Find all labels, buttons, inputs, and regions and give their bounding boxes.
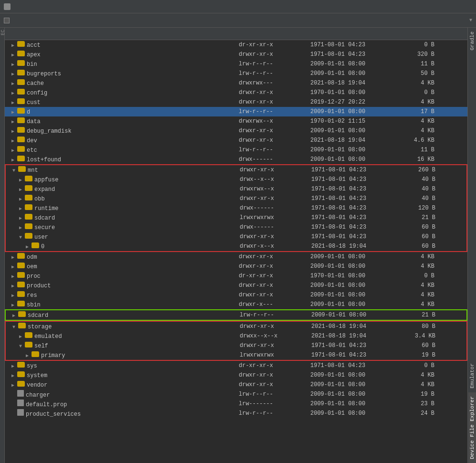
emulator-tab[interactable]: Emulator: [468, 359, 476, 392]
tree-arrow-icon[interactable]: ▶: [11, 382, 17, 388]
table-row[interactable]: ▶sdcardlrwxrwxrwx1971-08-01 04:2321 B: [6, 213, 466, 222]
tree-arrow-icon[interactable]: ▶: [11, 119, 17, 125]
tree-arrow-icon[interactable]: ▶: [19, 196, 25, 202]
table-row[interactable]: chargerlrw-r--r--2009-01-01 08:0019 B: [5, 389, 467, 399]
table-row[interactable]: ▶sdcardlrw-r--r--2009-01-01 08:0021 B: [6, 310, 466, 320]
file-list[interactable]: ▶acctdr-xr-xr-x1971-08-01 04:230 B▶apexd…: [5, 40, 467, 463]
table-row[interactable]: ▶datadrwxrwx--x1970-01-02 11:154 KB: [5, 116, 467, 126]
tree-arrow-icon[interactable]: ▶: [11, 128, 17, 134]
tree-arrow-icon[interactable]: ▶: [19, 177, 25, 183]
tree-arrow-icon[interactable]: ▶: [11, 283, 17, 289]
item-size: 4 KB: [396, 381, 444, 388]
table-row[interactable]: default.proplrw-------2009-01-01 08:0023…: [5, 399, 467, 409]
tree-arrow-icon[interactable]: ▶: [11, 81, 17, 86]
folder-icon: [17, 371, 25, 377]
tree-arrow-icon[interactable]: ▶: [12, 313, 18, 318]
table-row[interactable]: ▶sbindrwxr-x---2009-01-01 08:004 KB: [5, 300, 467, 309]
table-row[interactable]: ▶acctdr-xr-xr-x1971-08-01 04:230 B: [5, 40, 467, 50]
tree-arrow-icon[interactable]: ▶: [19, 187, 25, 192]
table-row[interactable]: ▶sysdr-xr-xr-x1971-08-01 04:230 B: [5, 361, 467, 370]
table-row[interactable]: ▶expanddrwxrwx--x1971-08-01 04:2340 B: [6, 184, 466, 194]
item-date: 2009-01-01 08:00: [310, 410, 396, 417]
tree-arrow-icon[interactable]: ▶: [11, 293, 17, 298]
tree-arrow-icon[interactable]: ▼: [19, 235, 25, 240]
tree-arrow-icon[interactable]: ▶: [11, 254, 17, 260]
table-row[interactable]: ▼selfdrwxr-xr-x1971-08-01 04:2360 B: [6, 341, 466, 350]
tree-arrow-icon[interactable]: ▶: [19, 215, 25, 221]
table-row[interactable]: ▶securedrwx------1971-08-01 04:2360 B: [6, 222, 466, 232]
table-row[interactable]: ▶emulateddrwxx--x--x2021-08-18 19:043.4 …: [6, 331, 466, 341]
table-row[interactable]: ▶odmdrwxr-xr-x2009-01-01 08:004 KB: [5, 252, 467, 262]
item-date: 2009-01-01 08:00: [310, 70, 396, 77]
table-row[interactable]: ▶appfusedrwx--x--x1971-08-01 04:2340 B: [6, 175, 466, 184]
table-row[interactable]: ▶oemdrwxr-xr-x2009-01-01 08:004 KB: [5, 262, 467, 271]
tree-arrow-icon[interactable]: ▶: [11, 138, 17, 144]
tree-arrow-icon[interactable]: ▼: [12, 325, 18, 330]
table-row[interactable]: ▶resdrwxr-xr-x2009-01-01 08:004 KB: [5, 290, 467, 300]
tree-arrow-icon[interactable]: ▶: [11, 264, 17, 270]
folder-icon: [17, 146, 25, 152]
tree-arrow-icon[interactable]: ▶: [11, 62, 17, 67]
item-permissions: drwxr-xr-x: [239, 127, 310, 134]
table-row[interactable]: ▶custdrwxr-xr-x2019-12-27 20:224 KB: [5, 97, 467, 107]
item-size: 4.6 KB: [396, 137, 444, 144]
table-row[interactable]: product_serviceslrw-r--r--2009-01-01 08:…: [5, 409, 467, 418]
gradle-tab[interactable]: Gradle: [468, 28, 476, 54]
item-size: 19 B: [397, 352, 445, 358]
table-row[interactable]: ▶procdr-xr-xr-x1970-01-01 08:000 B: [5, 271, 467, 281]
tree-arrow-icon[interactable]: ▶: [11, 71, 17, 77]
item-size: 4 KB: [396, 80, 444, 86]
table-row[interactable]: ▼userdrwxr-xr-x1971-08-01 04:2360 B: [6, 232, 466, 242]
table-row[interactable]: ▶debug_ramdiskdrwxr-xr-x2009-01-01 08:00…: [5, 126, 467, 136]
table-row[interactable]: ▶devdrwxr-xr-x2021-08-18 19:044.6 KB: [5, 136, 467, 145]
device-selector[interactable]: ▼: [0, 13, 476, 28]
tree-arrow-icon[interactable]: ▶: [11, 302, 17, 308]
dropdown-arrow-icon[interactable]: ▼: [469, 18, 472, 23]
item-date: 1971-08-01 04:23: [311, 224, 397, 231]
table-row[interactable]: ▼storagedrwxr-xr-x2021-08-18 19:0480 B: [6, 322, 466, 331]
tree-arrow-icon[interactable]: ▶: [19, 206, 25, 211]
tree-arrow-icon[interactable]: ▶: [11, 157, 17, 163]
item-name: sdcard: [28, 312, 48, 319]
table-row[interactable]: ▶runtimedrwx------1971-08-01 04:23120 B: [6, 203, 466, 213]
folder-icon: [17, 98, 25, 104]
table-row[interactable]: ▶cachedrwxrwx---2021-08-18 19:044 KB: [5, 78, 467, 88]
tree-arrow-icon[interactable]: ▶: [26, 353, 32, 358]
tree-arrow-icon[interactable]: ▶: [11, 100, 17, 105]
item-permissions: lrwxrwxrwx: [240, 214, 311, 221]
table-row[interactable]: ▶0drwxr-x--x2021-08-18 19:0460 B: [6, 242, 466, 251]
table-row[interactable]: ▼mntdrwxr-xr-x1971-08-01 04:23260 B: [6, 165, 466, 175]
table-row[interactable]: ▶productdrwxr-xr-x2009-01-01 08:004 KB: [5, 281, 467, 290]
tree-arrow-icon[interactable]: ▶: [11, 373, 17, 379]
tree-arrow-icon[interactable]: ▶: [11, 147, 17, 153]
table-row[interactable]: ▶configdrwxr-xr-x1970-01-01 08:000 B: [5, 88, 467, 97]
table-row[interactable]: ▶systemdrwxr-xr-x2009-01-01 08:004 KB: [5, 370, 467, 380]
tree-arrow-icon[interactable]: ▶: [11, 90, 17, 96]
item-date: 2009-01-01 08:00: [310, 263, 396, 270]
device-checkbox[interactable]: [4, 18, 10, 23]
tree-arrow-icon[interactable]: ▶: [19, 334, 25, 339]
folder-icon: [17, 51, 25, 56]
table-row[interactable]: ▶lost+founddrwx------2009-01-01 08:0016 …: [5, 155, 467, 164]
table-row[interactable]: ▶obbdrwxr-xr-x1971-08-01 04:2340 B: [6, 194, 466, 203]
tree-arrow-icon[interactable]: ▶: [11, 52, 17, 58]
device-file-explorer-tab[interactable]: Device File Explorer: [468, 392, 476, 463]
tree-arrow-icon[interactable]: ▶: [11, 363, 17, 369]
table-row[interactable]: ▶bugreportslrw-r--r--2009-01-01 08:0050 …: [5, 69, 467, 78]
tree-arrow-icon[interactable]: ▼: [12, 168, 18, 173]
tree-arrow-icon[interactable]: ▶: [11, 109, 17, 115]
left-tab-ec[interactable]: EC: [0, 28, 6, 37]
tree-arrow-icon[interactable]: ▶: [26, 244, 32, 250]
tree-arrow-icon[interactable]: ▼: [19, 344, 25, 349]
item-permissions: drwxr-xr-x: [240, 195, 311, 202]
table-row[interactable]: ▶dlrw-r--r--2009-01-01 08:0017 B: [5, 107, 467, 116]
tree-arrow-icon[interactable]: ▶: [11, 274, 17, 279]
tree-arrow-icon[interactable]: ▶: [19, 225, 25, 231]
table-row[interactable]: ▶primarylrwxrwxrwx1971-08-01 04:2319 B: [6, 350, 466, 360]
table-row[interactable]: ▶vendordrwxr-xr-x2009-01-01 08:004 KB: [5, 380, 467, 389]
item-permissions: drwxr-xr-x: [239, 282, 310, 289]
tree-arrow-icon[interactable]: ▶: [11, 42, 17, 48]
table-row[interactable]: ▶apexdrwxr-xr-x1971-08-01 04:23320 B: [5, 50, 467, 59]
table-row[interactable]: ▶etclrw-r--r--2009-01-01 08:0011 B: [5, 145, 467, 155]
table-row[interactable]: ▶binlrw-r--r--2009-01-01 08:0011 B: [5, 59, 467, 69]
